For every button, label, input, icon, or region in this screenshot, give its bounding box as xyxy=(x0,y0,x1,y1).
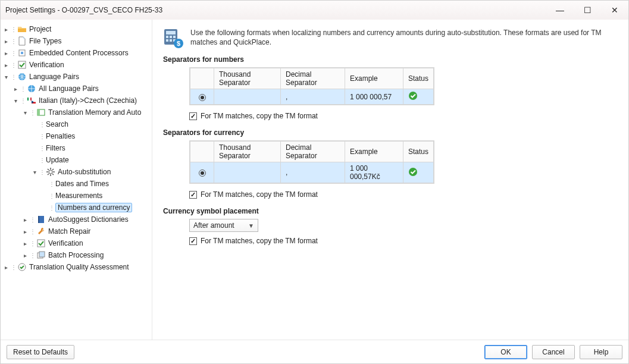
section-numbers-heading: Separators for numbers xyxy=(163,55,618,64)
dropdown-value: After amount xyxy=(193,221,234,230)
tree-measurements[interactable]: ▸Measurements xyxy=(1,190,152,202)
folder-icon xyxy=(17,24,27,34)
cancel-button[interactable]: Cancel xyxy=(532,345,575,359)
close-button[interactable]: ✕ xyxy=(601,1,628,20)
numbers-row[interactable]: , 1 000 000,57 xyxy=(190,89,434,105)
intro-text: Use the following formats when localizin… xyxy=(190,28,618,47)
cell-status xyxy=(403,162,434,183)
checkbox[interactable] xyxy=(189,112,197,120)
symbol-placement-dropdown[interactable]: After amount ▼ xyxy=(189,219,258,232)
section-symbol-heading: Currency symbol placement xyxy=(163,207,618,215)
col-example: Example xyxy=(345,68,403,89)
cell-thousand[interactable] xyxy=(214,162,281,183)
maximize-button[interactable]: ☐ xyxy=(574,1,601,20)
svg-rect-26 xyxy=(39,252,45,257)
svg-rect-6 xyxy=(29,98,30,101)
tree-match-repair[interactable]: ▸Match Repair xyxy=(1,225,152,237)
tree-filters[interactable]: ▸Filters xyxy=(1,142,152,154)
col-status: Status xyxy=(403,142,434,162)
numbers-tm-checkbox-row[interactable]: For TM matches, copy the TM format xyxy=(189,112,618,120)
tree-file-types[interactable]: ▸File Types xyxy=(1,35,152,47)
checkbox-label: For TM matches, copy the TM format xyxy=(201,112,318,120)
tree-lang-pair[interactable]: ▾Italian (Italy)->Czech (Czechia) xyxy=(1,95,152,106)
tree-embedded[interactable]: ▸Embedded Content Processors xyxy=(1,47,152,59)
wrench-icon xyxy=(36,227,46,236)
reset-defaults-button[interactable]: Reset to Defaults xyxy=(7,345,74,359)
col-decimal: Decimal Separator xyxy=(281,142,345,162)
row-radio[interactable] xyxy=(199,94,206,101)
project-settings-window: Project Settings - O-00297_CVS_CECO FH25… xyxy=(0,0,629,364)
globe-icon xyxy=(27,84,36,93)
col-thousand: Thousand Separator xyxy=(214,142,281,162)
dialog-footer: Reset to Defaults OK Cancel Help xyxy=(1,340,628,363)
checkbox[interactable] xyxy=(189,191,197,199)
tree-auto-substitution[interactable]: ▾Auto-substitution xyxy=(1,166,152,178)
table-header-row: Thousand Separator Decimal Separator Exa… xyxy=(190,142,434,162)
flags-icon xyxy=(27,96,36,105)
window-title: Project Settings - O-00297_CVS_CECO FH25… xyxy=(5,6,162,14)
tree-dates[interactable]: ▸Dates and Times xyxy=(1,178,152,190)
intro-block: $ Use the following formats when localiz… xyxy=(163,28,618,49)
svg-rect-2 xyxy=(18,61,26,68)
cell-thousand[interactable] xyxy=(214,89,281,105)
col-example: Example xyxy=(345,142,403,162)
tree-tqa[interactable]: ▸Translation Quality Assessment xyxy=(1,261,152,273)
cell-decimal[interactable]: , xyxy=(281,89,345,105)
table-header-row: Thousand Separator Decimal Separator Exa… xyxy=(190,68,434,89)
tree-search[interactable]: ▸Search xyxy=(1,118,152,130)
col-thousand: Thousand Separator xyxy=(214,68,281,89)
currency-row[interactable]: , 1 000 000,57Kč xyxy=(190,162,434,183)
svg-line-20 xyxy=(48,174,49,175)
help-button[interactable]: Help xyxy=(580,345,622,359)
tm-icon xyxy=(36,108,46,117)
settings-tree[interactable]: ▸Project ▸File Types ▸Embedded Content P… xyxy=(1,20,152,340)
batch-icon xyxy=(36,250,46,260)
col-status: Status xyxy=(403,68,434,89)
gear-icon xyxy=(46,167,55,177)
cell-decimal[interactable]: , xyxy=(281,162,345,183)
svg-rect-31 xyxy=(170,36,172,38)
svg-point-38 xyxy=(409,92,417,100)
chevron-down-icon: ▼ xyxy=(248,222,254,229)
titlebar: Project Settings - O-00297_CVS_CECO FH25… xyxy=(1,1,628,20)
svg-rect-30 xyxy=(166,36,168,38)
numbers-table: Thousand Separator Decimal Separator Exa… xyxy=(189,67,434,105)
tree-batch[interactable]: ▸Batch Processing xyxy=(1,249,152,261)
svg-rect-12 xyxy=(37,109,40,115)
svg-point-39 xyxy=(409,168,417,176)
tree-tm[interactable]: ▾Translation Memory and Auto xyxy=(1,106,152,118)
checkbox[interactable] xyxy=(189,237,197,245)
svg-rect-29 xyxy=(166,31,176,34)
svg-rect-33 xyxy=(166,39,168,42)
svg-text:$: $ xyxy=(177,40,180,47)
calculator-currency-icon: $ xyxy=(163,28,184,49)
tree-update[interactable]: ▸Update xyxy=(1,154,152,166)
svg-point-13 xyxy=(49,170,52,174)
checkbox-label: For TM matches, copy the TM format xyxy=(201,190,318,199)
section-currency-heading: Separators for currency xyxy=(163,128,618,137)
quality-icon xyxy=(17,262,27,272)
svg-rect-34 xyxy=(170,39,172,42)
svg-rect-32 xyxy=(173,36,176,38)
svg-rect-23 xyxy=(38,216,39,223)
tree-autosuggest[interactable]: ▸AutoSuggest Dictionaries xyxy=(1,214,152,225)
tree-all-lang-pairs[interactable]: ▸All Language Pairs xyxy=(1,83,152,95)
svg-rect-24 xyxy=(37,240,45,247)
symbol-tm-checkbox-row[interactable]: For TM matches, copy the TM format xyxy=(189,237,618,245)
tree-project[interactable]: ▸Project xyxy=(1,23,152,35)
minimize-button[interactable]: — xyxy=(546,1,574,20)
svg-rect-1 xyxy=(21,52,23,54)
tree-verification[interactable]: ▸Verification xyxy=(1,59,152,71)
ok-button[interactable]: OK xyxy=(484,345,527,359)
svg-line-21 xyxy=(52,169,54,170)
tree-language-pairs[interactable]: ▾Language Pairs xyxy=(1,71,152,83)
file-icon xyxy=(17,36,27,46)
tree-verification-2[interactable]: ▸Verification xyxy=(1,237,152,249)
tree-numbers-currency[interactable]: ▸Numbers and currency xyxy=(1,202,152,214)
status-ok-icon xyxy=(408,91,418,101)
row-radio[interactable] xyxy=(199,170,206,177)
processor-icon xyxy=(17,48,27,58)
tree-penalties[interactable]: ▸Penalties xyxy=(1,130,152,142)
check-icon xyxy=(17,60,27,70)
currency-tm-checkbox-row[interactable]: For TM matches, copy the TM format xyxy=(189,190,618,199)
